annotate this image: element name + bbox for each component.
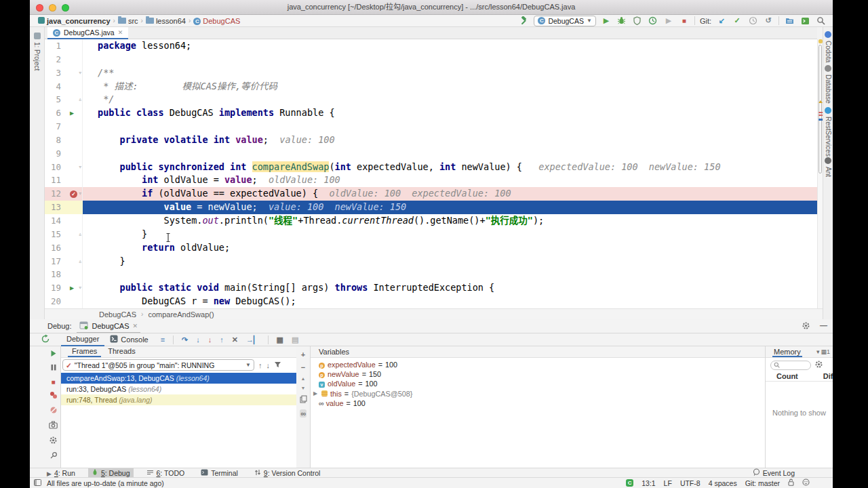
frame-row[interactable]: compareAndSwap:13, DebugCAS(lesson64)	[61, 373, 296, 384]
code-line[interactable]: 5▵ */	[45, 93, 817, 106]
fold-marker-icon[interactable]: ▿	[79, 161, 82, 174]
git-rollback-icon[interactable]: ↺	[763, 16, 774, 26]
add-watch-icon[interactable]: +	[301, 350, 305, 359]
fold-marker-icon[interactable]: ▿	[79, 187, 82, 201]
breakpoint-icon[interactable]: ✓	[70, 190, 77, 198]
remove-watch-icon[interactable]: −	[301, 363, 305, 371]
code-line[interactable]: 7	[45, 120, 817, 134]
mute-breakpoints-icon[interactable]	[50, 406, 58, 415]
settings-icon[interactable]	[49, 436, 58, 446]
move-up-icon[interactable]: ▲	[301, 376, 306, 381]
code-line[interactable]: 6▶public class DebugCAS implements Runna…	[45, 106, 817, 120]
code-line[interactable]: 8 private volatile int value; value: 100	[45, 134, 817, 147]
thread-dropdown[interactable]: ✓ "Thread 1"@505 in group "main": RUNNIN…	[62, 359, 254, 371]
event-log-button[interactable]: Event Log	[753, 468, 795, 477]
toolwindow-button-TODO[interactable]: 6: TODO	[143, 468, 189, 478]
lock-icon[interactable]	[788, 479, 794, 487]
view-breakpoints-icon[interactable]	[50, 391, 58, 401]
scrollbar-thumb[interactable]	[818, 45, 822, 174]
next-frame-icon[interactable]: ↓	[267, 361, 271, 369]
caret-position[interactable]: 13:1	[642, 479, 655, 487]
hide-panel-icon[interactable]: —	[820, 321, 827, 331]
highlighting-level-icon[interactable]	[802, 479, 810, 487]
code-line[interactable]: 19▶▿ public static void main(String[] ar…	[45, 281, 817, 295]
fold-marker-icon[interactable]: ▵	[79, 228, 82, 241]
toolwindow-button-Run[interactable]: ▶4: Run	[43, 468, 79, 478]
code-line[interactable]: 15▵ }	[45, 228, 817, 241]
close-icon[interactable]: ✕	[133, 323, 138, 329]
coverage-button[interactable]	[632, 16, 643, 26]
stop-icon[interactable]: ■	[51, 378, 55, 386]
step-out-icon[interactable]: ↑	[220, 336, 224, 344]
code-line[interactable]: 17▵ }	[45, 255, 817, 268]
step-into-icon[interactable]: ↓	[196, 336, 200, 344]
step-over-icon[interactable]: ↷	[182, 336, 188, 344]
fold-marker-icon[interactable]: ▵	[79, 255, 82, 268]
column-count[interactable]: Count	[776, 372, 798, 380]
profiler-button[interactable]	[648, 16, 658, 26]
code-line[interactable]: 20 DebugCAS r = new DebugCAS();	[45, 295, 817, 308]
code-line[interactable]: 14 System.out.println("线程"+Thread.curren…	[45, 214, 817, 228]
expand-icon[interactable]: ▶	[313, 389, 319, 399]
run-config-select[interactable]: C DebugCAS ▼	[534, 16, 595, 26]
minimize-button[interactable]	[49, 4, 56, 12]
code-line[interactable]: 13 value = newValue; value: 100 newValue…	[45, 201, 817, 214]
code-line[interactable]: 9	[45, 147, 817, 161]
sidebar-item-1-Project[interactable]: 1: Project	[30, 33, 44, 70]
variable-row[interactable]: ▶this={DebugCAS@508}	[311, 389, 765, 399]
close-button[interactable]	[36, 4, 43, 12]
git-branch[interactable]: Git: master	[745, 479, 780, 487]
frame-row[interactable]: run:33, DebugCAS(lesson64)	[61, 384, 296, 394]
debug-button[interactable]	[616, 16, 627, 26]
breadcrumb-item-java_concurrency[interactable]: java_concurrency	[38, 17, 111, 25]
code-line[interactable]: 4 * 描述: 模拟CAS操作,等价代码	[45, 80, 817, 94]
tool-stripe-Ant[interactable]: Ant	[823, 157, 833, 177]
toolwindow-button-Terminal[interactable]: Terminal	[197, 468, 241, 478]
filter-icon[interactable]	[274, 361, 281, 369]
memory-search-input[interactable]	[770, 361, 811, 370]
project-structure-icon[interactable]	[784, 16, 795, 26]
git-update-icon[interactable]: ↙	[716, 16, 727, 26]
gear-icon[interactable]	[802, 321, 810, 331]
layout-settings-icon[interactable]: ▤	[292, 336, 298, 344]
tab-memory[interactable]: Memory	[772, 347, 802, 357]
tab-console[interactable]: Console	[104, 333, 153, 346]
code-line[interactable]: 12✓▿ if (oldValue == expectedValue) { ol…	[45, 187, 817, 201]
table-icon[interactable]: ▦1	[821, 348, 830, 355]
pause-icon[interactable]	[50, 364, 57, 372]
stripe-toggle-icon[interactable]	[34, 479, 41, 487]
git-history-icon[interactable]	[747, 16, 758, 26]
run-line-icon[interactable]: ▶	[70, 106, 74, 120]
codota-icon[interactable]: C	[626, 479, 633, 487]
stop-button[interactable]: ■	[679, 16, 690, 26]
tab-frames[interactable]: Frames	[68, 346, 101, 357]
search-everywhere-icon[interactable]	[815, 16, 826, 26]
duplicate-icon[interactable]	[300, 395, 307, 405]
tool-stripe-Database[interactable]: Database	[823, 65, 833, 104]
close-icon[interactable]: ✕	[118, 29, 123, 36]
variable-row[interactable]: ∞value=100	[311, 399, 765, 408]
code-line[interactable]: 16 return oldValue;	[45, 241, 817, 255]
breadcrumb-item-lesson64[interactable]: lesson64	[146, 17, 186, 25]
memory-settings-icon[interactable]	[814, 360, 823, 370]
toolwindow-button-Version-Control[interactable]: 9: Version Control	[251, 468, 323, 478]
code-line[interactable]: 18	[45, 268, 817, 281]
fold-marker-icon[interactable]: ▿	[79, 66, 82, 80]
build-icon[interactable]	[518, 16, 529, 26]
indent-setting[interactable]: 4 spaces	[709, 479, 737, 487]
chevron-down-icon[interactable]: ▾	[816, 348, 820, 355]
variable-row[interactable]: pexpectedValue=100	[311, 360, 765, 369]
frame-row[interactable]: run:748, Thread(java.lang)	[61, 394, 296, 405]
inspections-indicator[interactable]	[818, 39, 823, 43]
tab-threads[interactable]: Threads	[104, 346, 139, 357]
run-anything-icon[interactable]	[800, 16, 810, 26]
tool-stripe-Codota[interactable]: Codota	[823, 31, 833, 62]
evaluate-expression-icon[interactable]: ▦	[277, 336, 283, 344]
show-watches-icon[interactable]: ∞	[300, 409, 307, 418]
show-execution-point-icon[interactable]: ≡	[161, 336, 165, 344]
prev-frame-icon[interactable]: ↑	[258, 361, 262, 369]
code-line[interactable]: 10▿ public synchronized int compareAndSw…	[45, 161, 817, 174]
breadcrumb-class[interactable]: DebugCAS	[99, 310, 136, 319]
git-commit-icon[interactable]: ✓	[732, 16, 743, 26]
pin-icon[interactable]	[50, 451, 58, 461]
